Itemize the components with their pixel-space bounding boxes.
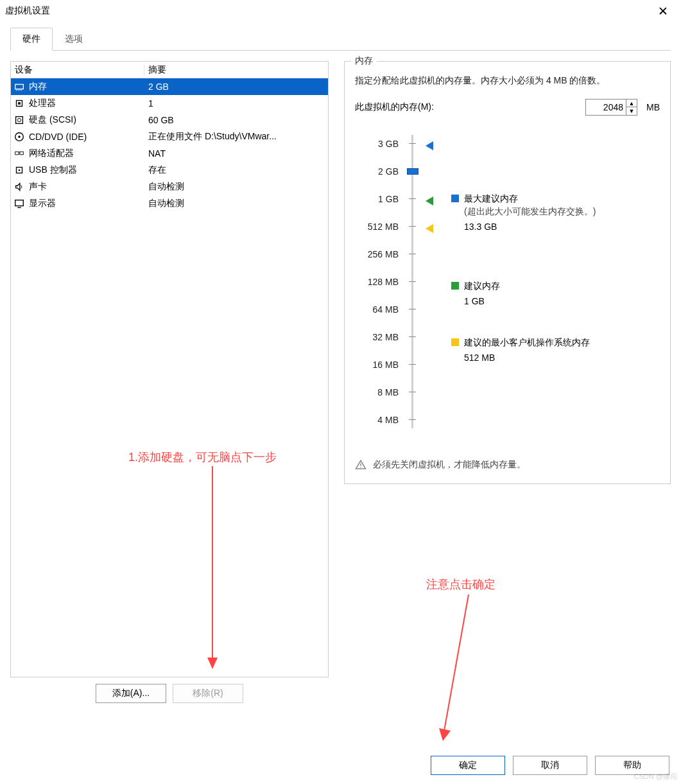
svg-point-8: [17, 118, 21, 121]
cancel-button[interactable]: 取消: [513, 756, 587, 775]
legend-max-sub: (超出此大小可能发生内存交换。): [464, 205, 596, 218]
svg-rect-11: [15, 152, 19, 155]
device-list-header: 设备 摘要: [11, 62, 328, 78]
tick-label: 2 GB: [355, 157, 404, 185]
device-name: 处理器: [29, 98, 56, 109]
tick-label: 8 MB: [355, 378, 404, 406]
display-icon: [13, 198, 25, 209]
marker-blue-icon: [426, 141, 433, 150]
svg-point-19: [360, 467, 361, 468]
sound-icon: [13, 181, 25, 193]
svg-rect-12: [20, 152, 23, 155]
device-row[interactable]: 内存2 GB: [11, 78, 328, 95]
svg-rect-7: [16, 117, 23, 124]
device-row[interactable]: CD/DVD (IDE)正在使用文件 D:\Study\VMwar...: [11, 128, 328, 145]
memory-label: 此虚拟机的内存(M):: [355, 101, 434, 113]
tick-label: 3 GB: [355, 130, 404, 157]
memory-slider[interactable]: [404, 130, 422, 433]
cd-icon: [13, 131, 25, 143]
svg-point-10: [18, 135, 21, 138]
device-name: 声卡: [29, 181, 47, 193]
title-bar: 虚拟机设置 ✕: [0, 0, 681, 22]
svg-rect-0: [15, 84, 24, 89]
device-name: 网络适配器: [29, 148, 74, 159]
net-icon: [13, 148, 25, 159]
device-summary: 2 GB: [144, 82, 328, 92]
svg-rect-16: [15, 200, 24, 206]
warning-icon: [355, 459, 366, 471]
add-button[interactable]: 添加(A)...: [96, 684, 166, 703]
slider-thumb[interactable]: [407, 168, 418, 175]
memory-group: 内存 指定分配给此虚拟机的内存量。内存大小必须为 4 MB 的倍数。 此虚拟机的…: [344, 61, 671, 484]
device-row[interactable]: USB 控制器存在: [11, 162, 328, 179]
device-list: 设备 摘要 内存2 GB处理器1硬盘 (SCSI)60 GBCD/DVD (ID…: [10, 61, 329, 677]
device-summary: 1: [144, 98, 328, 109]
marker-yellow-icon: [426, 224, 433, 233]
legend-min-label: 建议的最小客户机操作系统内存: [464, 336, 590, 349]
legend-rec-value: 1 GB: [464, 295, 500, 308]
memory-input[interactable]: [586, 102, 626, 112]
legend-min-value: 512 MB: [464, 352, 590, 365]
disk-icon: [13, 114, 25, 126]
device-name: USB 控制器: [29, 164, 77, 176]
device-name: 内存: [29, 81, 47, 92]
device-row[interactable]: 硬盘 (SCSI)60 GB: [11, 112, 328, 128]
usb-icon: [13, 164, 25, 176]
swatch-green-icon: [451, 282, 459, 290]
device-summary: 存在: [144, 164, 328, 176]
device-summary: 60 GB: [144, 115, 328, 125]
svg-marker-23: [439, 728, 451, 741]
spinner-down-icon[interactable]: ▼: [626, 107, 637, 115]
close-icon[interactable]: ✕: [650, 0, 676, 22]
device-name: CD/DVD (IDE): [29, 132, 87, 142]
spinner-up-icon[interactable]: ▲: [626, 100, 637, 107]
svg-rect-6: [18, 102, 21, 105]
tick-label: 1 GB: [355, 185, 404, 213]
memory-icon: [13, 81, 25, 92]
legend-max-label: 最大建议内存: [464, 193, 596, 205]
tick-label: 4 MB: [355, 406, 404, 433]
memory-warning: 必须先关闭虚拟机，才能降低内存量。: [355, 459, 660, 471]
col-summary: 摘要: [144, 64, 328, 76]
window-title: 虚拟机设置: [5, 5, 50, 17]
device-summary: 自动检测: [144, 181, 328, 193]
memory-spinner[interactable]: ▲ ▼: [585, 99, 637, 116]
svg-point-15: [19, 170, 21, 171]
memory-markers: [422, 130, 451, 433]
tick-label: 16 MB: [355, 351, 404, 378]
tab-strip: 硬件 选项: [10, 27, 681, 50]
device-name: 硬盘 (SCSI): [29, 114, 76, 126]
tick-label: 64 MB: [355, 295, 404, 323]
legend-rec-label: 建议内存: [464, 280, 500, 293]
tab-hardware[interactable]: 硬件: [10, 28, 53, 51]
device-summary: NAT: [144, 148, 328, 159]
tick-label: 256 MB: [355, 240, 404, 268]
device-summary: 自动检测: [144, 198, 328, 209]
watermark: CSDN @骤雨: [634, 772, 677, 781]
device-summary: 正在使用文件 D:\Study\VMwar...: [144, 131, 328, 143]
device-row[interactable]: 声卡自动检测: [11, 179, 328, 195]
memory-tick-labels: 3 GB2 GB1 GB512 MB256 MB128 MB64 MB32 MB…: [355, 130, 404, 433]
cpu-icon: [13, 98, 25, 109]
ok-button[interactable]: 确定: [431, 756, 505, 775]
tick-label: 512 MB: [355, 213, 404, 240]
swatch-blue-icon: [451, 195, 459, 202]
memory-description: 指定分配给此虚拟机的内存量。内存大小必须为 4 MB 的倍数。: [355, 73, 660, 87]
memory-unit: MB: [646, 102, 660, 112]
device-row[interactable]: 显示器自动检测: [11, 195, 328, 212]
tick-label: 128 MB: [355, 268, 404, 295]
marker-green-icon: [426, 196, 433, 205]
swatch-yellow-icon: [451, 338, 459, 346]
remove-button: 移除(R): [173, 684, 243, 703]
col-device: 设备: [11, 64, 144, 76]
device-name: 显示器: [29, 198, 56, 209]
tab-options[interactable]: 选项: [53, 28, 95, 51]
memory-legend: 内存: [351, 55, 377, 67]
device-row[interactable]: 网络适配器NAT: [11, 145, 328, 162]
tick-label: 32 MB: [355, 323, 404, 351]
legend-max-value: 13.3 GB: [464, 221, 596, 234]
device-row[interactable]: 处理器1: [11, 95, 328, 112]
